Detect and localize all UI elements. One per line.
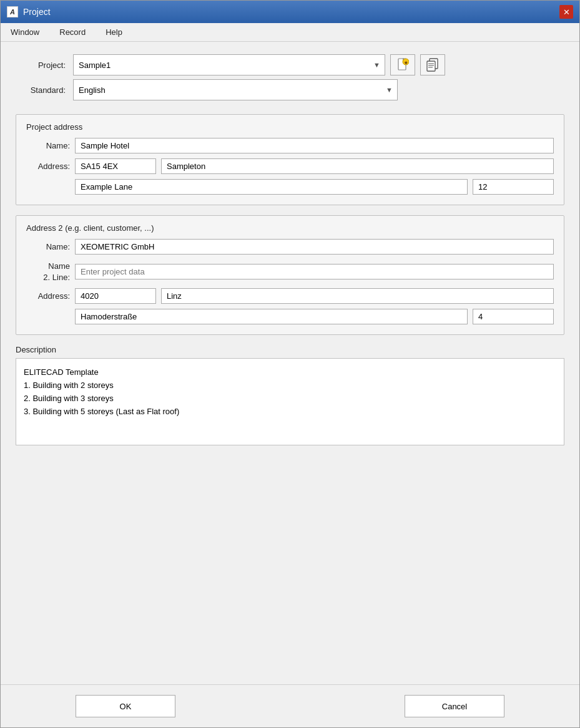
address2-form: Name: Name 2. Line: Address: bbox=[26, 239, 554, 324]
addr2-address-row: Address: bbox=[26, 288, 554, 304]
addr-city-input[interactable] bbox=[161, 158, 554, 174]
addr2-street-row bbox=[26, 309, 554, 324]
app-icon: A bbox=[7, 6, 18, 17]
new-project-button[interactable]: ★ bbox=[390, 54, 415, 75]
addr-street-input[interactable] bbox=[75, 179, 468, 195]
new-file-icon: ★ bbox=[396, 58, 409, 72]
standard-field-row: Standard: English ▼ bbox=[16, 79, 564, 100]
project-window: A Project ✕ Window Record Help Project: … bbox=[0, 0, 580, 728]
addr2-name2-input[interactable] bbox=[75, 264, 554, 279]
project-select[interactable]: Sample1 bbox=[73, 54, 385, 75]
description-line: 1. Building with 2 storeys bbox=[24, 379, 556, 392]
addr-address-label: Address: bbox=[26, 162, 70, 171]
description-title: Description bbox=[16, 345, 564, 354]
addr-name-input[interactable] bbox=[75, 138, 554, 153]
description-section: Description ELITECAD Template1. Building… bbox=[16, 345, 564, 445]
project-address-section: Project address Name: Address: bbox=[16, 114, 564, 205]
addr2-name-label: Name: bbox=[26, 242, 70, 251]
addr2-street-input[interactable] bbox=[75, 309, 468, 324]
ok-button[interactable]: OK bbox=[76, 695, 175, 717]
description-box: ELITECAD Template1. Building with 2 stor… bbox=[16, 358, 564, 445]
addr-address-row: Address: bbox=[26, 158, 554, 174]
standard-label: Standard: bbox=[16, 85, 66, 95]
description-line: 3. Building with 5 storeys (Last as Flat… bbox=[24, 405, 556, 419]
addr2-number-input[interactable] bbox=[473, 309, 554, 324]
main-content: Project: Sample1 ▼ bbox=[1, 42, 579, 684]
addr-street-row bbox=[26, 179, 554, 195]
address2-section: Address 2 (e.g. client, customer, ...) N… bbox=[16, 215, 564, 335]
address2-title: Address 2 (e.g. client, customer, ...) bbox=[26, 223, 554, 233]
addr2-address-label: Address: bbox=[26, 291, 70, 301]
cancel-button[interactable]: Cancel bbox=[405, 695, 504, 717]
title-bar-left: A Project bbox=[7, 6, 51, 17]
description-line: 2. Building with 3 storeys bbox=[24, 392, 556, 405]
description-line: ELITECAD Template bbox=[24, 366, 556, 379]
addr-name-row: Name: bbox=[26, 138, 554, 153]
standard-select[interactable]: English bbox=[73, 79, 398, 100]
addr-number-input[interactable] bbox=[473, 179, 554, 195]
menu-record[interactable]: Record bbox=[54, 26, 91, 39]
addr2-zip-input[interactable] bbox=[75, 288, 156, 304]
svg-text:★: ★ bbox=[404, 61, 408, 65]
addr-name-label: Name: bbox=[26, 141, 70, 150]
menu-help[interactable]: Help bbox=[101, 26, 127, 39]
addr2-name-row: Name: bbox=[26, 239, 554, 255]
project-label: Project: bbox=[16, 61, 66, 70]
project-select-wrapper: Sample1 ▼ bbox=[73, 54, 385, 75]
standard-select-wrapper: English ▼ bbox=[73, 79, 398, 100]
svg-rect-7 bbox=[427, 61, 435, 71]
close-button[interactable]: ✕ bbox=[559, 5, 573, 19]
copy-icon bbox=[426, 58, 440, 72]
window-title: Project bbox=[23, 7, 51, 17]
project-field-row: Project: Sample1 ▼ bbox=[16, 54, 564, 75]
footer: OK Cancel bbox=[1, 684, 579, 727]
addr2-name2-row: Name 2. Line: bbox=[26, 260, 554, 283]
addr2-city-input[interactable] bbox=[161, 288, 554, 304]
menubar: Window Record Help bbox=[1, 23, 579, 42]
menu-window[interactable]: Window bbox=[6, 26, 44, 39]
title-bar: A Project ✕ bbox=[1, 1, 579, 23]
project-row: Project: Sample1 ▼ bbox=[16, 54, 564, 104]
addr-zip-input[interactable] bbox=[75, 158, 156, 174]
copy-project-button[interactable] bbox=[420, 54, 445, 75]
addr2-name-input[interactable] bbox=[75, 239, 554, 255]
project-controls: Sample1 ▼ ★ bbox=[73, 54, 564, 75]
project-address-title: Project address bbox=[26, 122, 554, 132]
project-address-form: Name: Address: bbox=[26, 138, 554, 195]
addr2-name2-label: Name 2. Line: bbox=[26, 260, 70, 283]
